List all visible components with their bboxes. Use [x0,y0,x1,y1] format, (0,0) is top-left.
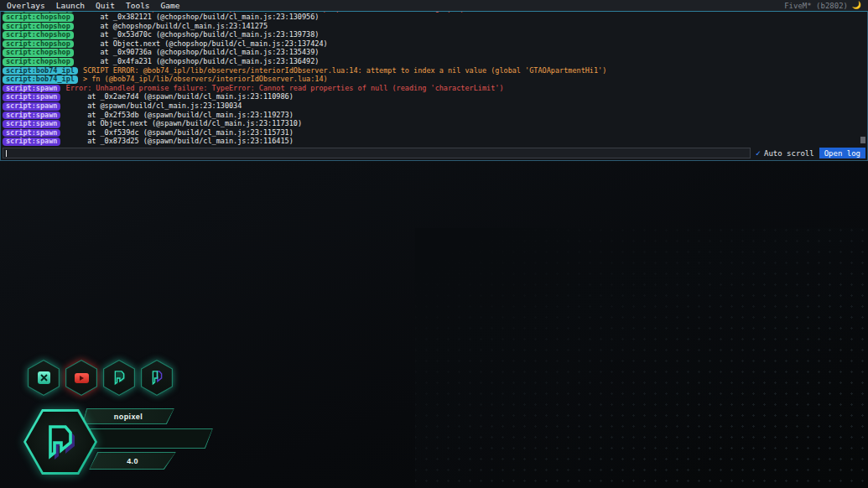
log-line: script:spawn at _0x2f53db (@spawn/build/… [3,111,859,120]
server-loading-widget: nopixel 4.0 [23,408,225,484]
server-name-label: nopixel [114,413,143,421]
log-line: script:spawn at _0x2ae7d4 (@spawn/build/… [3,92,859,101]
background-dot-pattern [415,228,868,488]
bar-fill: 4.0 [90,453,175,469]
log-text: at Object.next (@spawn/build/cl_main.js:… [61,119,302,127]
log-line: script:chopshop at _0x90736a (@chopshop/… [3,48,859,57]
social-link-x[interactable] [28,360,60,396]
nopixel-alt-icon [141,360,173,396]
fivem-client-screen: { "menu_bar": { "items": ["Overlays", "L… [0,0,868,488]
log-line: script:spawn at _0xf539dc (@spawn/build/… [3,128,859,138]
console-bottom-bar: ✓ Auto scroll Open log [2,147,866,159]
scrollbar-thumb[interactable] [860,137,865,143]
resource-badge: script:spawn [3,129,60,138]
log-text: at _0x2ae7d4 (@spawn/build/cl_main.js:23… [61,92,293,101]
x-icon [28,360,60,396]
social-link-nopixel-alt[interactable] [141,360,173,396]
social-links [28,360,173,396]
log-line: script:bob74_ipl SCRIPT ERROR: @bob74_ip… [3,66,859,75]
log-line: script:chopshop at @chopshop/build/cl_ma… [3,22,859,31]
resource-badge: script:spawn [3,85,60,93]
log-text: at _0x53d70c (@chopshop/build/cl_main.js… [75,30,320,39]
nopixel-icon [103,360,135,396]
menu-item-launch[interactable]: Launch [56,0,85,11]
menu-bar: OverlaysLaunchQuitToolsGame [0,0,868,11]
server-version-bar: 4.0 [89,452,176,470]
log-text: at _0x2f53db (@spawn/build/cl_main.js:23… [61,111,293,119]
menu-item-game[interactable]: Game [161,0,180,11]
log-text: at Object.next (@chopshop/build/cl_main.… [75,39,328,48]
menu-item-overlays[interactable]: Overlays [7,0,45,11]
command-input[interactable] [3,148,751,158]
server-logo-hexagon [23,409,97,475]
resource-badge: script:bob74_ipl [3,75,78,84]
social-link-nopixel[interactable] [103,360,135,396]
open-log-button[interactable]: Open log [819,148,865,158]
menu-items: OverlaysLaunchQuitToolsGame [7,0,179,11]
log-text: at @spawn/build/cl_main.js:23:130034 [61,101,242,110]
log-line: script:chopshop at Object.next (@chopsho… [3,39,859,49]
resource-badge: script:spawn [3,112,60,120]
log-text: at _0xf539dc (@spawn/build/cl_main.js:23… [61,128,293,137]
auto-scroll-label: Auto scroll [764,149,814,158]
resource-badge: script:chopshop [3,23,74,31]
log-text: Error: Unhandled promise failure: TypeEr… [61,84,503,92]
resource-badge: script:spawn [3,138,60,146]
resource-badge: script:bob74_ipl [3,67,78,75]
log-text: SCRIPT ERROR: @bob74_ipl/lib/observers/i… [79,66,606,75]
log-text: at _0x382121 (@chopshop/build/cl_main.js… [75,13,320,21]
auto-scroll-checkbox[interactable]: ✓ Auto scroll [756,148,814,158]
menu-item-quit[interactable]: Quit [96,0,115,11]
resource-badge: script:spawn [3,102,60,111]
log-line: script:chopshop at _0x382121 (@chopshop/… [3,13,859,22]
youtube-icon [65,360,97,396]
log-line: script:spawn Error: Unhandled promise fa… [3,84,859,93]
console-scrollbar[interactable] [860,12,866,146]
log-line: script:bob74_ipl > fn (@bob74_ipl/lib/ob… [3,75,859,84]
nopixel-logo-icon [23,409,97,475]
resource-badge: script:spawn [3,120,60,128]
resource-badge: script:chopshop [3,31,74,39]
resource-badge: script:chopshop [3,49,74,57]
log-text: > fn (@bob74_ipl/lib/observers/interiorI… [79,75,328,83]
fivem-build-label: FiveM* (b2802) [784,0,848,11]
log-line: script:spawn at @spawn/build/cl_main.js:… [3,101,859,111]
text-caret [6,150,7,157]
console-window: script:chopshop Error: Unhandled promise… [0,11,868,161]
log-line: script:chopshop at _0x53d70c (@chopshop/… [3,30,859,39]
resource-badge: script:chopshop [3,40,74,49]
resource-badge: script:spawn [3,93,60,101]
menu-item-tools[interactable]: Tools [126,0,150,11]
log-text: at _0x4fa231 (@chopshop/build/cl_main.js… [75,57,320,65]
loading-progress-bar [86,428,213,449]
resource-badge: script:chopshop [3,13,74,22]
checkmark-icon: ✓ [756,148,761,158]
server-version-label: 4.0 [127,457,138,465]
log-line: script:chopshop at _0x4fa231 (@chopshop/… [3,57,859,66]
log-text: at @chopshop/build/cl_main.js:23:141275 [75,22,268,30]
log-line: script:spawn at Object.next (@spawn/buil… [3,119,859,128]
moon-icon: 🌙 [852,0,861,11]
log-text: at _0x90736a (@chopshop/build/cl_main.js… [75,48,320,56]
progress-segments [86,429,212,448]
console-log: script:chopshop Error: Unhandled promise… [3,12,859,146]
resource-badge: script:chopshop [3,58,74,66]
log-text: at _0x873d25 (@spawn/build/cl_main.js:23… [61,137,293,145]
social-link-youtube[interactable] [65,360,97,396]
log-line: script:spawn at _0x873d25 (@spawn/build/… [3,137,859,146]
